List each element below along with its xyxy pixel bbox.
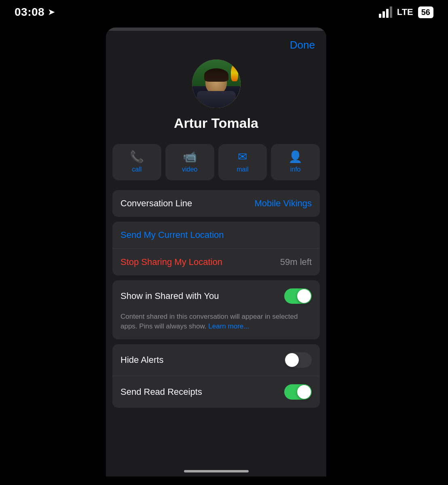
- video-button[interactable]: 📹 video: [165, 144, 214, 180]
- video-icon: 📹: [183, 151, 197, 163]
- signal-bars-icon: [379, 6, 392, 18]
- alerts-section: Hide Alerts Send Read Receipts: [112, 344, 320, 408]
- hide-alerts-toggle[interactable]: [284, 352, 312, 368]
- send-read-receipts-row: Send Read Receipts: [112, 376, 320, 408]
- toggle-knob: [297, 289, 311, 303]
- info-label: info: [290, 166, 301, 173]
- shared-description: Content shared in this conversation will…: [112, 312, 320, 336]
- done-row: Done: [106, 31, 326, 55]
- status-right: LTE 56: [379, 6, 433, 18]
- stop-location-label: Stop Sharing My Location: [120, 257, 222, 267]
- stop-location-row[interactable]: Stop Sharing My Location 59m left: [112, 248, 320, 275]
- battery-level: 56: [418, 6, 433, 18]
- done-button[interactable]: Done: [290, 39, 315, 51]
- conversation-line-section: Conversation Line Mobile Vikings: [112, 190, 320, 217]
- status-bar: 03:08 ➤ LTE 56: [0, 0, 448, 24]
- home-indicator: [184, 470, 249, 472]
- hide-alerts-row: Hide Alerts: [112, 344, 320, 376]
- navigation-arrow-icon: ➤: [48, 7, 55, 17]
- send-read-receipts-knob: [297, 385, 311, 399]
- info-button[interactable]: 👤 info: [271, 144, 320, 180]
- phone-top-bar: [106, 28, 326, 31]
- shared-with-you-toggle[interactable]: [284, 288, 312, 304]
- call-icon: 📞: [130, 151, 144, 163]
- conversation-line-value: Mobile Vikings: [255, 198, 312, 209]
- hide-alerts-label: Hide Alerts: [120, 355, 163, 365]
- send-read-receipts-toggle[interactable]: [284, 384, 312, 400]
- avatar: [192, 59, 241, 108]
- mail-button[interactable]: ✉ mail: [218, 144, 267, 180]
- network-type: LTE: [397, 7, 413, 17]
- send-read-receipts-label: Send Read Receipts: [120, 387, 202, 397]
- mail-icon: ✉: [238, 151, 247, 163]
- call-label: call: [132, 166, 142, 173]
- call-button[interactable]: 📞 call: [112, 144, 161, 180]
- video-label: video: [182, 166, 197, 173]
- conversation-line-row[interactable]: Conversation Line Mobile Vikings: [112, 190, 320, 217]
- shared-with-you-label: Show in Shared with You: [120, 291, 219, 301]
- status-time: 03:08: [15, 6, 44, 19]
- learn-more-link[interactable]: Learn more...: [208, 322, 249, 330]
- phone-content: Done: [106, 31, 326, 408]
- mail-label: mail: [237, 166, 248, 173]
- conversation-line-label: Conversation Line: [120, 198, 192, 209]
- avatar-section: Artur Tomala: [106, 55, 326, 139]
- send-location-label: Send My Current Location: [120, 230, 224, 240]
- location-section: Send My Current Location Stop Sharing My…: [112, 222, 320, 275]
- shared-with-you-row: Show in Shared with You: [112, 280, 320, 312]
- shared-with-you-section: Show in Shared with You Content shared i…: [112, 280, 320, 339]
- action-buttons-row: 📞 call 📹 video ✉ mail 👤 info: [106, 139, 326, 185]
- contact-name: Artur Tomala: [174, 115, 258, 131]
- info-icon: 👤: [288, 151, 302, 163]
- send-location-row[interactable]: Send My Current Location: [112, 222, 320, 248]
- hide-alerts-knob: [285, 353, 299, 367]
- phone-frame: Done: [106, 28, 326, 477]
- time-left-value: 59m left: [280, 257, 312, 267]
